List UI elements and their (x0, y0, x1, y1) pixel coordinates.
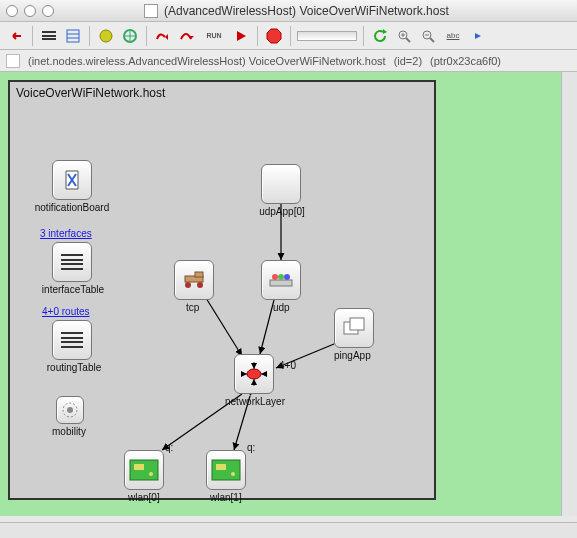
titlebar: (AdvancedWirelessHost) VoiceOverWiFiNetw… (0, 0, 577, 22)
node-wlan0[interactable] (124, 450, 164, 490)
canvas[interactable]: VoiceOverWiFiNetwork.host notificationBo… (0, 72, 577, 516)
svg-rect-39 (134, 464, 144, 470)
toolbar: RUN abc (0, 22, 577, 50)
label-udp: udp (273, 302, 290, 313)
breadcrumb: (inet.nodes.wireless.AdvancedWirelessHos… (0, 50, 577, 72)
node-routingTable[interactable] (52, 320, 92, 360)
stepback-button[interactable] (153, 26, 173, 46)
stop-button[interactable] (264, 26, 284, 46)
more-button[interactable] (468, 26, 488, 46)
label-wlan1: wlan[1] (210, 492, 242, 503)
listview2-button[interactable] (63, 26, 83, 46)
node-networkLayer[interactable] (234, 354, 274, 394)
label-interfaceTable: interfaceTable (38, 284, 108, 295)
label-networkLayer-count: 4+0 (279, 360, 296, 371)
svg-point-28 (284, 274, 290, 280)
breadcrumb-id: (id=2) (394, 55, 422, 67)
compound-module[interactable]: VoiceOverWiFiNetwork.host notificationBo… (8, 80, 436, 500)
svg-point-31 (247, 369, 261, 379)
abc-button[interactable]: abc (442, 26, 464, 46)
svg-rect-24 (195, 272, 203, 277)
node-udp[interactable] (261, 260, 301, 300)
svg-rect-42 (216, 464, 226, 470)
label-wlan0: wlan[0] (128, 492, 160, 503)
svg-point-37 (67, 407, 73, 413)
refresh-button[interactable] (370, 26, 390, 46)
svg-point-21 (185, 282, 191, 288)
close-icon[interactable] (6, 5, 18, 17)
label-udpApp: udpApp[0] (257, 206, 307, 217)
label-routingTable: routingTable (42, 362, 106, 373)
speed-slider[interactable] (297, 31, 357, 41)
zoom-out-button[interactable] (418, 26, 438, 46)
svg-point-22 (197, 282, 203, 288)
nav1-button[interactable] (96, 26, 116, 46)
svg-point-3 (100, 30, 112, 42)
label-notificationBoard: notificationBoard (32, 202, 112, 213)
svg-rect-30 (350, 318, 364, 330)
svg-point-26 (272, 274, 278, 280)
node-wlan1[interactable] (206, 450, 246, 490)
window-title: (AdvancedWirelessHost) VoiceOverWiFiNetw… (164, 4, 449, 18)
label-networkLayer: networkLayer (222, 396, 288, 407)
minimize-icon[interactable] (24, 5, 36, 17)
svg-line-17 (206, 298, 242, 356)
back-button[interactable] (6, 26, 26, 46)
module-icon (6, 54, 20, 68)
svg-rect-0 (67, 30, 79, 42)
label-tcp: tcp (186, 302, 199, 313)
svg-line-13 (430, 38, 434, 42)
label-wlan0-q: q: (165, 442, 173, 453)
svg-point-27 (278, 274, 284, 280)
node-notificationBoard[interactable] (52, 160, 92, 200)
node-interfaceTable[interactable] (52, 242, 92, 282)
zoom-icon[interactable] (42, 5, 54, 17)
breadcrumb-path: (inet.nodes.wireless.AdvancedWirelessHos… (28, 55, 386, 67)
breadcrumb-ptr: (ptr0x23ca6f0) (430, 55, 501, 67)
play-button[interactable] (231, 26, 251, 46)
vertical-scrollbar[interactable] (561, 72, 577, 516)
svg-point-43 (231, 472, 235, 476)
run-button[interactable]: RUN (201, 26, 227, 46)
svg-point-40 (149, 472, 153, 476)
traffic-lights (6, 5, 54, 17)
node-mobility[interactable] (56, 396, 84, 424)
node-udpApp[interactable] (261, 164, 301, 204)
svg-line-16 (260, 300, 274, 354)
label-pingApp: pingApp (334, 350, 371, 361)
node-pingApp[interactable] (334, 308, 374, 348)
svg-rect-25 (270, 280, 292, 286)
node-tcp[interactable] (174, 260, 214, 300)
label-mobility: mobility (52, 426, 86, 437)
svg-marker-7 (267, 29, 281, 43)
label-wlan1-q: q: (247, 442, 255, 453)
svg-line-9 (406, 38, 410, 42)
link-routingTable[interactable]: 4+0 routes (42, 306, 90, 317)
zoom-in-button[interactable] (394, 26, 414, 46)
document-icon (144, 4, 158, 18)
nav2-button[interactable] (120, 26, 140, 46)
horizontal-scrollbar[interactable] (0, 522, 577, 538)
module-title: VoiceOverWiFiNetwork.host (16, 86, 165, 100)
link-interfaceTable[interactable]: 3 interfaces (40, 228, 92, 239)
listview1-button[interactable] (39, 26, 59, 46)
stepover-button[interactable] (177, 26, 197, 46)
